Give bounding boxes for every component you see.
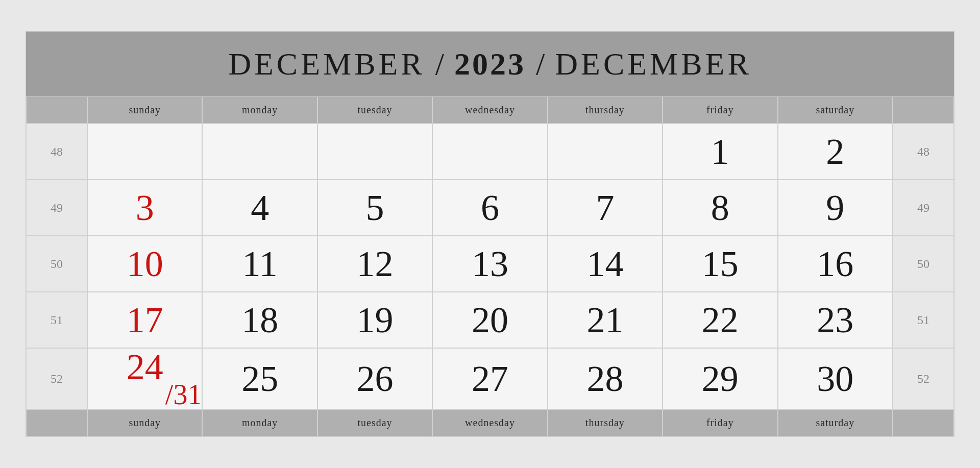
day-6: 6 (432, 180, 547, 236)
week-49: 49 (26, 180, 87, 236)
day-30: 30 (778, 348, 893, 409)
calendar-grid: sunday monday tuesday wednesday thursday… (26, 96, 954, 436)
day-12: 12 (317, 236, 432, 292)
day-17: 17 (87, 292, 202, 348)
day-5: 5 (317, 180, 432, 236)
week-51-right: 51 (893, 292, 954, 348)
week-50-right: 50 (893, 236, 954, 292)
day-cell-empty-1 (87, 124, 202, 180)
footer-friday: friday (663, 409, 777, 436)
header-wednesday: wednesday (432, 96, 547, 124)
day-13: 13 (432, 236, 547, 292)
day-28: 28 (548, 348, 663, 409)
day-20: 20 (432, 292, 547, 348)
day-11: 11 (202, 236, 317, 292)
week-48-right: 48 (893, 124, 954, 180)
calendar-header: DECEMBER / 2023 / DECEMBER (26, 32, 954, 96)
day-8: 8 (663, 180, 777, 236)
month-left: DECEMBER (228, 46, 425, 82)
week-50: 50 (26, 236, 87, 292)
separator-1: / (435, 46, 444, 82)
header-saturday: saturday (778, 96, 893, 124)
header-week-col-empty (26, 96, 87, 124)
month-right: DECEMBER (555, 46, 752, 82)
day-10: 10 (87, 236, 202, 292)
footer-saturday: saturday (778, 409, 893, 436)
week-52-right: 52 (893, 348, 954, 409)
day-29: 29 (663, 348, 777, 409)
week-52: 52 (26, 348, 87, 409)
day-25: 25 (202, 348, 317, 409)
day-cell-empty-5 (548, 124, 663, 180)
year: 2023 (454, 46, 526, 82)
footer-sunday: sunday (87, 409, 202, 436)
footer-side-col-empty (893, 409, 954, 436)
day-22: 22 (663, 292, 777, 348)
day-1: 1 (663, 124, 777, 180)
calendar: DECEMBER / 2023 / DECEMBER sunday monday… (26, 31, 954, 437)
day-15: 15 (663, 236, 777, 292)
header-friday: friday (663, 96, 777, 124)
day-18: 18 (202, 292, 317, 348)
day-cell-empty-3 (317, 124, 432, 180)
separator-2: / (536, 46, 545, 82)
day-21: 21 (548, 292, 663, 348)
day-24: 24 (127, 349, 163, 385)
day-cell-empty-2 (202, 124, 317, 180)
footer-monday: monday (202, 409, 317, 436)
header-tuesday: tuesday (317, 96, 432, 124)
header-side-col-empty (893, 96, 954, 124)
day-27: 27 (432, 348, 547, 409)
footer-week-col-empty (26, 409, 87, 436)
week-48: 48 (26, 124, 87, 180)
day-23: 23 (778, 292, 893, 348)
day-16: 16 (778, 236, 893, 292)
day-31: /31 (165, 380, 202, 409)
header-sunday: sunday (87, 96, 202, 124)
day-4: 4 (202, 180, 317, 236)
footer-tuesday: tuesday (317, 409, 432, 436)
day-3: 3 (87, 180, 202, 236)
day-9: 9 (778, 180, 893, 236)
day-19: 19 (317, 292, 432, 348)
week-49-right: 49 (893, 180, 954, 236)
day-7: 7 (548, 180, 663, 236)
day-26: 26 (317, 348, 432, 409)
header-monday: monday (202, 96, 317, 124)
week-51: 51 (26, 292, 87, 348)
day-2: 2 (778, 124, 893, 180)
footer-wednesday: wednesday (432, 409, 547, 436)
day-14: 14 (548, 236, 663, 292)
header-thursday: thursday (548, 96, 663, 124)
day-cell-empty-4 (432, 124, 547, 180)
footer-thursday: thursday (548, 409, 663, 436)
day-24-31: 24 /31 (87, 348, 202, 409)
